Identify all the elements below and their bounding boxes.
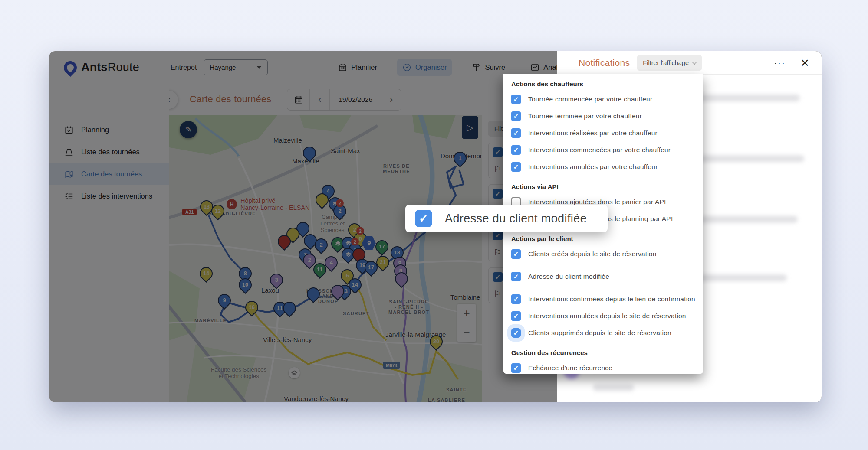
option-label: Échéance d'une récurrence [528,364,612,372]
option-label: Interventions commencées par votre chauf… [528,146,671,154]
option-label: Adresse du client modifiée [528,273,609,280]
desktop: AntsRoute Entrepôt Hayange Planifier Org… [0,0,868,450]
option-label: Interventions réalisées par votre chauff… [528,129,658,137]
more-options-button[interactable]: ··· [774,61,786,65]
dropdown-option-row[interactable]: ✓Interventions commencées par votre chau… [503,141,703,158]
blurred-notification-text [593,384,634,391]
option-checkbox[interactable]: ✓ [511,95,521,104]
notifications-title: Notifications [579,58,630,68]
option-checkbox[interactable]: ✓ [511,145,521,155]
close-panel-button[interactable]: ✕ [800,57,809,69]
option-label: Interventions annulées par votre chauffe… [528,163,658,171]
dropdown-option-row[interactable]: ✓Interventions réalisées par votre chauf… [503,124,703,141]
notifications-header: Notifications Filtrer l'affichage ··· ✕ [557,51,822,75]
option-checkbox[interactable]: ✓ [511,272,521,281]
option-checkbox[interactable]: ✓ [511,162,521,172]
option-checkbox[interactable]: ✓ [511,128,521,138]
dropdown-option-row[interactable]: ✓Interventions annulées par votre chauff… [503,158,703,175]
dropdown-option-row[interactable]: ✓Interventions confirmées depuis le lien… [503,290,703,307]
option-label: Interventions confirmées depuis le lien … [528,295,695,303]
option-label: Tournée terminée par votre chauffeur [528,112,642,120]
notifications-actions: ··· ✕ [774,51,809,75]
dropdown-section-header: Gestion des récurrences [503,344,703,359]
dropdown-option-row[interactable]: ✓Tournée terminée par votre chauffeur [503,108,703,124]
dropdown-option-row[interactable]: ✓Interventions annulées depuis le site d… [503,307,703,324]
option-checkbox[interactable]: ✓ [511,294,521,304]
dropdown-option-row[interactable]: ✓Clients créés depuis le site de réserva… [503,245,703,262]
dropdown-option-row[interactable]: ✓Tournée commencée par votre chauffeur [503,91,703,108]
address-modified-label: Adresse du client modifiée [445,212,587,225]
option-label: Interventions annulées depuis le site de… [528,312,686,320]
dropdown-option-row[interactable]: ✓Clients supprimés depuis le site de rés… [503,324,703,341]
filter-display-button[interactable]: Filtrer l'affichage [637,55,702,71]
option-label: Tournée commencée par votre chauffeur [528,95,652,103]
option-checkbox[interactable]: ✓ [511,363,521,373]
option-label: Clients supprimés depuis le site de rése… [528,329,671,337]
dropdown-option-row[interactable]: ✓Adresse du client modifiée [503,268,703,285]
option-label: Clients créés depuis le site de réservat… [528,250,657,258]
dropdown-section-header: Actions des chauffeurs [503,75,703,91]
address-modified-checkbox[interactable]: ✓ [415,210,432,227]
dropdown-option-row[interactable]: ✓Échéance d'une récurrence [503,359,703,374]
option-checkbox[interactable]: ✓ [511,311,521,321]
chevron-down-icon [692,59,697,64]
dropdown-section-header: Actions via API [503,178,703,193]
filter-display-label: Filtrer l'affichage [643,59,689,66]
option-checkbox[interactable]: ✓ [511,328,521,338]
option-checkbox[interactable]: ✓ [511,249,521,259]
option-checkbox[interactable]: ✓ [511,111,521,121]
magnified-option-callout: ✓ Adresse du client modifiée [405,205,608,232]
